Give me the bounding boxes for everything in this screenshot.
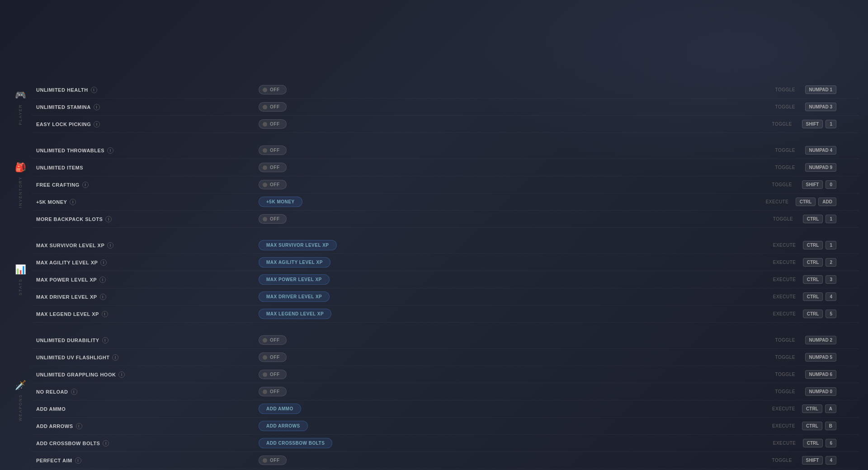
category-inventory: 🎒 INVENTORY UNLIMITED THROWABLES i	[9, 142, 859, 228]
cheat-action: OFF	[259, 214, 349, 224]
key-badge-num: 4	[826, 292, 836, 301]
key-badge-ctrl: CTRL	[803, 310, 823, 318]
cheat-keybind: TOGGLE NUMPAD 9	[354, 163, 854, 172]
cheat-action: OFF	[259, 335, 349, 345]
info-icon[interactable]: i	[112, 354, 118, 361]
execute-button[interactable]: MAX LEGEND LEVEL XP	[259, 309, 331, 319]
info-icon[interactable]: i	[71, 389, 77, 395]
key-action: TOGGLE	[775, 148, 802, 153]
execute-button[interactable]: MAX POWER LEVEL XP	[259, 274, 330, 285]
table-row: UNLIMITED STAMINA i OFF TOGGLE NUMPAD 3	[32, 99, 859, 116]
info-icon[interactable]: i	[100, 294, 106, 300]
key-action: EXECUTE	[773, 311, 800, 316]
cheat-action: OFF	[259, 146, 349, 155]
key-badge: NUMPAD 6	[805, 370, 836, 379]
execute-button[interactable]: MAX DRIVER LEVEL XP	[259, 291, 330, 302]
table-row: UNLIMITED UV FLASHLIGHT i OFF TOGGLE NUM…	[32, 349, 859, 366]
info-icon[interactable]: i	[105, 216, 112, 222]
toggle-dot	[263, 390, 267, 394]
cheat-name: UNLIMITED HEALTH i	[36, 87, 253, 93]
key-badge-b: B	[825, 422, 836, 430]
info-icon[interactable]: i	[103, 440, 109, 446]
table-row: MAX DRIVER LEVEL XP i MAX DRIVER LEVEL X…	[32, 288, 859, 306]
execute-button[interactable]: ADD ARROWS	[259, 421, 308, 431]
table-row: UNLIMITED DURABILITY i OFF TOGGLE NUMPAD…	[32, 332, 859, 349]
key-action: EXECUTE	[773, 277, 800, 282]
toggle-button[interactable]: OFF	[259, 119, 287, 129]
inventory-label: INVENTORY	[18, 176, 23, 208]
key-action: TOGGLE	[775, 338, 802, 343]
info-icon[interactable]: i	[91, 87, 97, 93]
toggle-button[interactable]: OFF	[259, 335, 287, 345]
cheat-action: MAX SURVIVOR LEVEL XP	[259, 240, 349, 250]
cheat-keybind: TOGGLE NUMPAD 0	[354, 387, 854, 396]
table-row: UNLIMITED THROWABLES i OFF TOGGLE NUMPAD…	[32, 142, 859, 159]
player-cheats: UNLIMITED HEALTH i OFF TOGGLE NUMPAD 1	[32, 81, 859, 133]
toggle-button[interactable]: OFF	[259, 180, 287, 189]
cheat-keybind: TOGGLE NUMPAD 2	[354, 336, 854, 344]
toggle-dot	[263, 338, 267, 343]
toggle-button[interactable]: OFF	[259, 85, 287, 94]
toggle-button[interactable]: OFF	[259, 214, 287, 224]
info-icon[interactable]: i	[107, 147, 113, 154]
table-row: UNLIMITED GRAPPLING HOOK i OFF TOGGLE NU…	[32, 366, 859, 383]
info-icon[interactable]: i	[82, 182, 89, 188]
table-row: UNLIMITED ITEMS OFF TOGGLE NUMPAD 9	[32, 159, 859, 176]
info-icon[interactable]: i	[102, 311, 108, 317]
inventory-cheats: UNLIMITED THROWABLES i OFF TOGGLE NUMPAD…	[32, 142, 859, 228]
info-icon[interactable]: i	[118, 371, 125, 378]
key-badge: NUMPAD 4	[805, 146, 836, 155]
toggle-dot	[263, 458, 267, 463]
cheat-name: MAX POWER LEVEL XP i	[36, 277, 253, 283]
execute-button[interactable]: +5K MONEY	[259, 197, 302, 207]
key-badge-ctrl: CTRL	[803, 215, 823, 223]
key-badge-ctrl: CTRL	[803, 292, 823, 301]
info-icon[interactable]: i	[94, 104, 100, 110]
table-row: MAX AGILITY LEVEL XP i MAX AGILITY LEVEL…	[32, 254, 859, 271]
category-weapons: 🗡️ WEAPONS UNLIMITED DURABILITY i	[9, 332, 859, 469]
toggle-button[interactable]: OFF	[259, 456, 287, 465]
info-icon[interactable]: i	[102, 337, 108, 343]
info-icon[interactable]: i	[75, 457, 81, 464]
table-row: +5K MONEY i +5K MONEY EXECUTE CTRL ADD	[32, 193, 859, 211]
info-icon[interactable]: i	[94, 121, 100, 127]
key-badge-num: 3	[826, 275, 836, 284]
cheat-name: UNLIMITED DURABILITY i	[36, 337, 253, 343]
info-icon[interactable]: i	[76, 423, 82, 429]
key-badge-ctrl: CTRL	[803, 258, 823, 267]
key-badge-a: A	[825, 404, 836, 413]
execute-button-add-crossbow-bolts[interactable]: ADD CROSSBOW BOLTS	[259, 438, 332, 448]
execute-button[interactable]: MAX SURVIVOR LEVEL XP	[259, 240, 337, 250]
table-row: ADD AMMO ADD AMMO EXECUTE CTRL A	[32, 400, 859, 418]
key-action: TOGGLE	[772, 122, 799, 127]
execute-button[interactable]: ADD AMMO	[259, 404, 301, 414]
info-icon[interactable]: i	[100, 259, 107, 266]
toggle-button[interactable]: OFF	[259, 146, 287, 155]
toggle-button[interactable]: OFF	[259, 163, 287, 172]
cheat-keybind: EXECUTE CTRL A	[354, 404, 854, 413]
cheat-keybind: EXECUTE CTRL 6	[354, 439, 854, 447]
category-stats: 📊 STATS MAX SURVIVOR LEVEL XP i MAX SURV…	[9, 237, 859, 323]
key-badge-ctrl: CTRL	[803, 241, 823, 249]
cheat-name: UNLIMITED GRAPPLING HOOK i	[36, 371, 253, 378]
toggle-button[interactable]: OFF	[259, 387, 287, 396]
execute-button[interactable]: MAX AGILITY LEVEL XP	[259, 257, 330, 268]
key-badge: NUMPAD 9	[805, 163, 836, 172]
key-badge-num: 0	[826, 180, 836, 189]
toggle-button[interactable]: OFF	[259, 352, 287, 362]
key-badge-shift: SHIFT	[802, 456, 823, 465]
toggle-button[interactable]: OFF	[259, 102, 287, 112]
toggle-button[interactable]: OFF	[259, 370, 287, 379]
info-icon[interactable]: i	[99, 277, 106, 283]
cheat-name: ADD CROSSBOW BOLTS i	[36, 440, 253, 446]
info-icon[interactable]: i	[70, 199, 76, 205]
key-action: EXECUTE	[773, 260, 800, 265]
cheat-keybind: EXECUTE CTRL 2	[354, 258, 854, 267]
toggle-dot	[263, 165, 267, 170]
key-badge: NUMPAD 5	[805, 353, 836, 362]
info-icon[interactable]: i	[107, 242, 113, 249]
toggle-dot	[263, 217, 267, 221]
key-badge-ctrl: CTRL	[803, 275, 823, 284]
table-row: MAX POWER LEVEL XP i MAX POWER LEVEL XP …	[32, 271, 859, 288]
category-stats-side: 📊 STATS	[9, 237, 32, 323]
